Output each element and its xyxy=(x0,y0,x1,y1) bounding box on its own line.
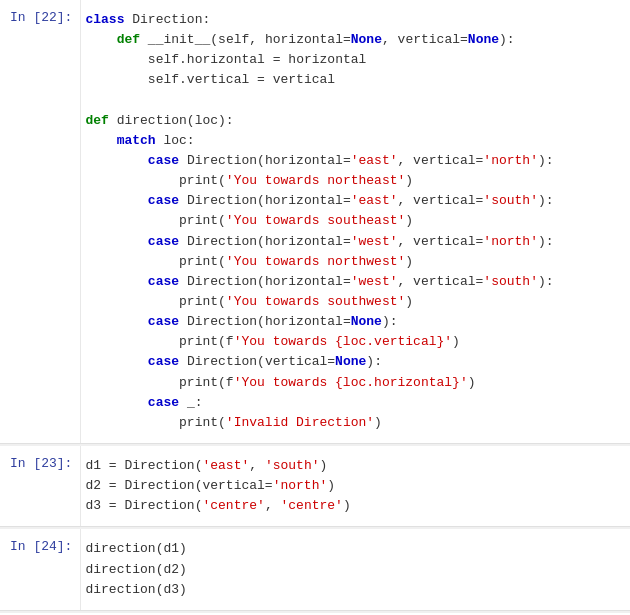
cell-23: In [23]: d1 = Direction('east', 'south')… xyxy=(0,446,630,527)
cell-22-content: class Direction: def __init__(self, hori… xyxy=(80,0,630,443)
cell-22: In [22]: class Direction: def __init__(s… xyxy=(0,0,630,444)
cell-23-content: d1 = Direction('east', 'south') d2 = Dir… xyxy=(80,446,630,526)
cell-24-label: In [24]: xyxy=(0,529,80,609)
cell-23-label: In [23]: xyxy=(0,446,80,526)
cell-24: In [24]: direction(d1) direction(d2) dir… xyxy=(0,529,630,610)
cell-24-content: direction(d1) direction(d2) direction(d3… xyxy=(80,529,630,609)
cell-22-label: In [22]: xyxy=(0,0,80,443)
notebook: In [22]: class Direction: def __init__(s… xyxy=(0,0,630,615)
